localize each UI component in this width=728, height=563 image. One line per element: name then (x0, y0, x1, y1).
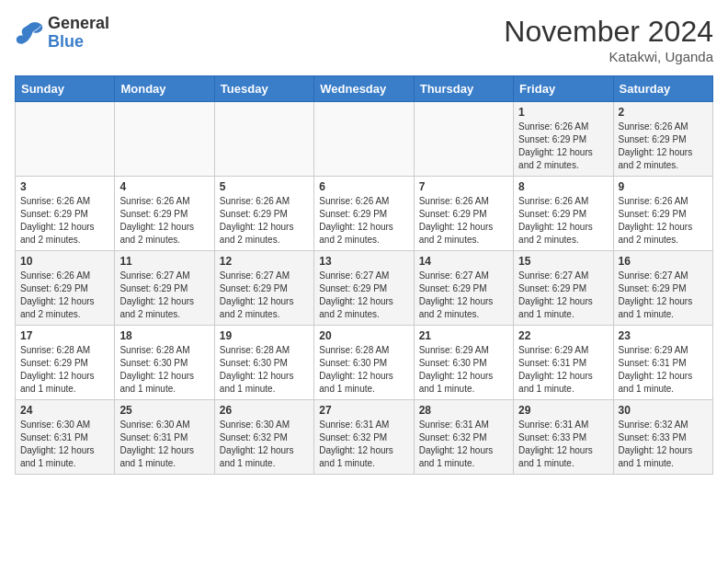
day-number: 28 (419, 404, 508, 417)
day-info: Sunrise: 6:30 AM Sunset: 6:32 PM Dayligh… (220, 419, 309, 470)
calendar-cell: 8Sunrise: 6:26 AM Sunset: 6:29 PM Daylig… (514, 177, 613, 251)
calendar-week-row: 1Sunrise: 6:26 AM Sunset: 6:29 PM Daylig… (16, 102, 713, 177)
calendar-cell: 22Sunrise: 6:29 AM Sunset: 6:31 PM Dayli… (514, 326, 613, 400)
day-info: Sunrise: 6:28 AM Sunset: 6:30 PM Dayligh… (220, 344, 309, 396)
calendar-week-row: 3Sunrise: 6:26 AM Sunset: 6:29 PM Daylig… (16, 177, 713, 251)
logo-text: General Blue (48, 15, 109, 52)
calendar-cell: 7Sunrise: 6:26 AM Sunset: 6:29 PM Daylig… (414, 177, 513, 251)
calendar-cell: 17Sunrise: 6:28 AM Sunset: 6:29 PM Dayli… (16, 326, 115, 400)
day-number: 29 (518, 404, 608, 417)
calendar-cell: 9Sunrise: 6:26 AM Sunset: 6:29 PM Daylig… (613, 177, 712, 251)
day-info: Sunrise: 6:26 AM Sunset: 6:29 PM Dayligh… (518, 195, 608, 247)
calendar-cell: 3Sunrise: 6:26 AM Sunset: 6:29 PM Daylig… (16, 177, 115, 251)
logo: General Blue (15, 15, 109, 52)
day-number: 25 (119, 404, 209, 417)
calendar-week-row: 17Sunrise: 6:28 AM Sunset: 6:29 PM Dayli… (16, 326, 713, 400)
calendar-cell: 14Sunrise: 6:27 AM Sunset: 6:29 PM Dayli… (414, 251, 513, 326)
calendar-cell: 23Sunrise: 6:29 AM Sunset: 6:31 PM Dayli… (613, 326, 712, 400)
logo-bird-icon (15, 20, 44, 46)
calendar-cell: 27Sunrise: 6:31 AM Sunset: 6:32 PM Dayli… (314, 400, 414, 475)
calendar-cell: 24Sunrise: 6:30 AM Sunset: 6:31 PM Dayli… (16, 400, 115, 475)
day-number: 13 (319, 255, 408, 268)
day-info: Sunrise: 6:26 AM Sunset: 6:29 PM Dayligh… (419, 195, 508, 247)
day-info: Sunrise: 6:26 AM Sunset: 6:29 PM Dayligh… (20, 195, 109, 247)
weekday-header: Wednesday (314, 76, 414, 102)
calendar-cell: 6Sunrise: 6:26 AM Sunset: 6:29 PM Daylig… (314, 177, 414, 251)
calendar-cell (414, 102, 513, 177)
calendar-cell: 16Sunrise: 6:27 AM Sunset: 6:29 PM Dayli… (613, 251, 712, 326)
day-number: 16 (619, 255, 708, 268)
day-info: Sunrise: 6:26 AM Sunset: 6:29 PM Dayligh… (119, 195, 209, 247)
day-info: Sunrise: 6:26 AM Sunset: 6:29 PM Dayligh… (220, 195, 309, 247)
day-number: 19 (220, 329, 309, 342)
day-info: Sunrise: 6:31 AM Sunset: 6:32 PM Dayligh… (319, 419, 408, 470)
day-info: Sunrise: 6:27 AM Sunset: 6:29 PM Dayligh… (220, 270, 309, 321)
day-info: Sunrise: 6:29 AM Sunset: 6:31 PM Dayligh… (518, 344, 608, 396)
day-number: 2 (619, 106, 708, 119)
day-number: 17 (20, 329, 109, 342)
day-number: 12 (220, 255, 309, 268)
day-number: 9 (619, 180, 708, 193)
day-number: 27 (319, 404, 408, 417)
day-number: 18 (119, 329, 209, 342)
calendar-table: SundayMondayTuesdayWednesdayThursdayFrid… (15, 75, 713, 475)
day-info: Sunrise: 6:26 AM Sunset: 6:29 PM Dayligh… (20, 270, 109, 321)
day-number: 20 (319, 329, 408, 342)
calendar-cell: 21Sunrise: 6:29 AM Sunset: 6:30 PM Dayli… (414, 326, 513, 400)
day-info: Sunrise: 6:30 AM Sunset: 6:31 PM Dayligh… (119, 419, 209, 470)
day-number: 8 (518, 180, 608, 193)
day-number: 4 (119, 180, 209, 193)
day-info: Sunrise: 6:31 AM Sunset: 6:33 PM Dayligh… (518, 419, 608, 470)
day-number: 11 (119, 255, 209, 268)
day-info: Sunrise: 6:27 AM Sunset: 6:29 PM Dayligh… (119, 270, 209, 321)
day-number: 24 (20, 404, 109, 417)
weekday-header: Thursday (414, 76, 513, 102)
day-number: 22 (518, 329, 608, 342)
day-number: 5 (220, 180, 309, 193)
calendar-cell: 25Sunrise: 6:30 AM Sunset: 6:31 PM Dayli… (115, 400, 214, 475)
day-info: Sunrise: 6:27 AM Sunset: 6:29 PM Dayligh… (518, 270, 608, 321)
day-info: Sunrise: 6:26 AM Sunset: 6:29 PM Dayligh… (619, 121, 708, 172)
day-info: Sunrise: 6:26 AM Sunset: 6:29 PM Dayligh… (319, 195, 408, 247)
day-number: 10 (20, 255, 109, 268)
day-info: Sunrise: 6:26 AM Sunset: 6:29 PM Dayligh… (619, 195, 708, 247)
calendar-cell: 12Sunrise: 6:27 AM Sunset: 6:29 PM Dayli… (214, 251, 313, 326)
header: General Blue November 2024 Katakwi, Ugan… (15, 15, 713, 64)
calendar-header: SundayMondayTuesdayWednesdayThursdayFrid… (16, 76, 713, 102)
location-subtitle: Katakwi, Uganda (504, 49, 713, 64)
calendar-cell: 1Sunrise: 6:26 AM Sunset: 6:29 PM Daylig… (514, 102, 613, 177)
day-info: Sunrise: 6:28 AM Sunset: 6:30 PM Dayligh… (119, 344, 209, 396)
day-info: Sunrise: 6:27 AM Sunset: 6:29 PM Dayligh… (419, 270, 508, 321)
weekday-header: Monday (115, 76, 214, 102)
weekday-header: Tuesday (214, 76, 313, 102)
calendar-cell: 11Sunrise: 6:27 AM Sunset: 6:29 PM Dayli… (115, 251, 214, 326)
day-number: 30 (619, 404, 708, 417)
calendar-cell: 28Sunrise: 6:31 AM Sunset: 6:32 PM Dayli… (414, 400, 513, 475)
day-info: Sunrise: 6:32 AM Sunset: 6:33 PM Dayligh… (619, 419, 708, 470)
day-number: 21 (419, 329, 508, 342)
calendar-week-row: 24Sunrise: 6:30 AM Sunset: 6:31 PM Dayli… (16, 400, 713, 475)
calendar-cell (16, 102, 115, 177)
calendar-week-row: 10Sunrise: 6:26 AM Sunset: 6:29 PM Dayli… (16, 251, 713, 326)
day-info: Sunrise: 6:27 AM Sunset: 6:29 PM Dayligh… (619, 270, 708, 321)
day-info: Sunrise: 6:31 AM Sunset: 6:32 PM Dayligh… (419, 419, 508, 470)
calendar-cell: 29Sunrise: 6:31 AM Sunset: 6:33 PM Dayli… (514, 400, 613, 475)
calendar-cell: 18Sunrise: 6:28 AM Sunset: 6:30 PM Dayli… (115, 326, 214, 400)
day-number: 1 (518, 106, 608, 119)
day-info: Sunrise: 6:28 AM Sunset: 6:29 PM Dayligh… (20, 344, 109, 396)
calendar-cell: 19Sunrise: 6:28 AM Sunset: 6:30 PM Dayli… (214, 326, 313, 400)
day-number: 3 (20, 180, 109, 193)
calendar-cell: 10Sunrise: 6:26 AM Sunset: 6:29 PM Dayli… (16, 251, 115, 326)
day-info: Sunrise: 6:29 AM Sunset: 6:31 PM Dayligh… (619, 344, 708, 396)
weekday-header: Saturday (613, 76, 712, 102)
month-title: November 2024 (504, 15, 713, 49)
weekday-header: Sunday (16, 76, 115, 102)
day-info: Sunrise: 6:30 AM Sunset: 6:31 PM Dayligh… (20, 419, 109, 470)
calendar-cell (314, 102, 414, 177)
day-info: Sunrise: 6:26 AM Sunset: 6:29 PM Dayligh… (518, 121, 608, 172)
calendar-cell: 13Sunrise: 6:27 AM Sunset: 6:29 PM Dayli… (314, 251, 414, 326)
calendar-cell: 20Sunrise: 6:28 AM Sunset: 6:30 PM Dayli… (314, 326, 414, 400)
calendar-cell: 5Sunrise: 6:26 AM Sunset: 6:29 PM Daylig… (214, 177, 313, 251)
day-number: 14 (419, 255, 508, 268)
day-info: Sunrise: 6:28 AM Sunset: 6:30 PM Dayligh… (319, 344, 408, 396)
